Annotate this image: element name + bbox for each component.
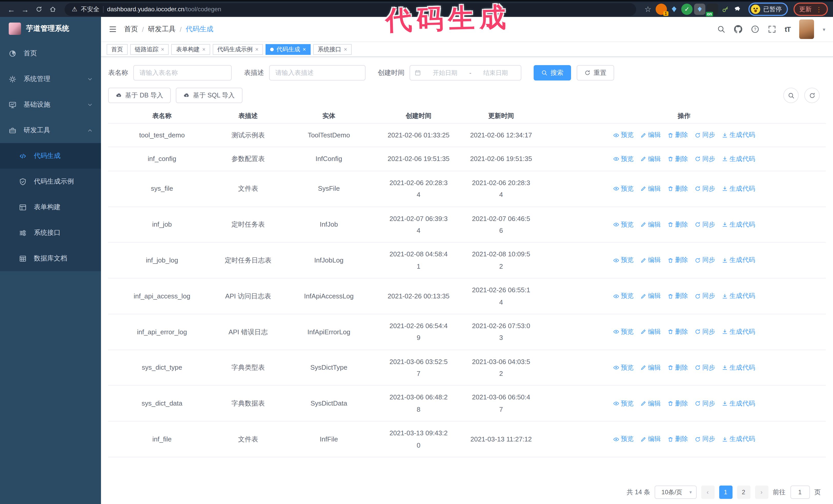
tab-1[interactable]: 链路追踪 × <box>130 44 169 55</box>
action-preview[interactable]: 预览 <box>613 183 634 195</box>
action-preview[interactable]: 预览 <box>613 433 634 445</box>
extension-icon-orange[interactable]: 1 <box>656 4 667 15</box>
extension-icon-check[interactable]: ✓ <box>681 4 693 15</box>
action-delete[interactable]: 删除 <box>667 398 688 409</box>
action-preview[interactable]: 预览 <box>613 129 634 141</box>
next-page-button[interactable]: › <box>755 485 768 499</box>
action-edit[interactable]: 编辑 <box>640 153 661 165</box>
action-edit[interactable]: 编辑 <box>640 433 661 445</box>
action-generate-code[interactable]: 生成代码 <box>722 129 755 141</box>
close-icon[interactable]: × <box>202 46 206 52</box>
action-sync[interactable]: 同步 <box>695 255 715 266</box>
submenu-item-0[interactable]: 代码生成 <box>0 143 101 169</box>
action-edit[interactable]: 编辑 <box>640 398 661 409</box>
github-icon[interactable] <box>734 25 742 33</box>
action-edit[interactable]: 编辑 <box>640 219 661 230</box>
sidebar-item-1[interactable]: 系统管理 <box>0 66 101 92</box>
browser-menu-icon[interactable]: ⋮ <box>815 5 822 13</box>
action-delete[interactable]: 删除 <box>667 290 688 302</box>
action-edit[interactable]: 编辑 <box>640 255 661 266</box>
fullscreen-icon[interactable] <box>768 25 776 33</box>
action-generate-code[interactable]: 生成代码 <box>722 290 755 302</box>
prev-page-button[interactable]: ‹ <box>701 485 714 499</box>
date-range-picker[interactable]: 开始日期 - 结束日期 <box>410 65 521 80</box>
action-generate-code[interactable]: 生成代码 <box>722 183 755 195</box>
action-generate-code[interactable]: 生成代码 <box>722 433 755 445</box>
app-logo-row[interactable]: 芋道管理系统 <box>0 17 101 41</box>
action-sync[interactable]: 同步 <box>695 362 715 374</box>
action-preview[interactable]: 预览 <box>613 290 634 302</box>
action-sync[interactable]: 同步 <box>695 219 715 230</box>
end-date-placeholder[interactable]: 结束日期 <box>475 68 516 77</box>
search-button[interactable]: 搜索 <box>533 65 571 80</box>
action-generate-code[interactable]: 生成代码 <box>722 398 755 409</box>
action-delete[interactable]: 删除 <box>667 326 688 338</box>
close-icon[interactable]: × <box>161 46 164 52</box>
breadcrumb-current[interactable]: 代码生成 <box>186 25 214 34</box>
action-delete[interactable]: 删除 <box>667 129 688 141</box>
table-desc-input[interactable] <box>269 65 365 80</box>
action-sync[interactable]: 同步 <box>695 183 715 195</box>
tab-5[interactable]: 系统接口 × <box>313 44 352 55</box>
action-generate-code[interactable]: 生成代码 <box>722 326 755 338</box>
action-sync[interactable]: 同步 <box>695 290 715 302</box>
breadcrumb-devtools[interactable]: 研发工具 <box>148 25 175 34</box>
extension-icon-on[interactable]: on <box>707 4 718 15</box>
action-edit[interactable]: 编辑 <box>640 129 661 141</box>
action-edit[interactable]: 编辑 <box>640 326 661 338</box>
action-edit[interactable]: 编辑 <box>640 290 661 302</box>
action-preview[interactable]: 预览 <box>613 362 634 374</box>
action-generate-code[interactable]: 生成代码 <box>722 362 755 374</box>
action-preview[interactable]: 预览 <box>613 153 634 165</box>
action-sync[interactable]: 同步 <box>695 398 715 409</box>
start-date-placeholder[interactable]: 开始日期 <box>425 68 466 77</box>
update-button[interactable]: 更新 ⋮ <box>793 3 828 16</box>
profile-chip[interactable]: 已暂停 <box>748 3 788 16</box>
user-avatar[interactable] <box>799 20 814 39</box>
action-sync[interactable]: 同步 <box>695 129 715 141</box>
action-delete[interactable]: 删除 <box>667 362 688 374</box>
sidebar-item-3[interactable]: 研发工具 <box>0 117 101 143</box>
page-size-select[interactable]: 10条/页 ▾ <box>655 485 696 499</box>
action-delete[interactable]: 删除 <box>667 153 688 165</box>
action-generate-code[interactable]: 生成代码 <box>722 255 755 266</box>
action-generate-code[interactable]: 生成代码 <box>722 219 755 230</box>
action-delete[interactable]: 删除 <box>667 183 688 195</box>
chevron-down-icon[interactable]: ▾ <box>823 26 825 32</box>
bookmark-star-icon[interactable]: ☆ <box>642 3 654 16</box>
toggle-search-button[interactable] <box>783 88 799 103</box>
tab-0[interactable]: 首页 <box>106 44 128 55</box>
page-button-2[interactable]: 2 <box>737 485 750 499</box>
search-icon[interactable] <box>717 25 725 33</box>
extension-icon-gem[interactable] <box>668 4 680 15</box>
home-icon[interactable] <box>47 3 59 16</box>
submenu-item-2[interactable]: 表单构建 <box>0 194 101 220</box>
action-sync[interactable]: 同步 <box>695 153 715 165</box>
tab-2[interactable]: 表单构建 × <box>171 44 210 55</box>
security-label[interactable]: 不安全 <box>81 5 99 14</box>
help-icon[interactable]: ? <box>751 25 759 33</box>
action-sync[interactable]: 同步 <box>695 433 715 445</box>
font-size-icon[interactable]: tT <box>785 25 790 33</box>
import-sql-button[interactable]: 基于 SQL 导入 <box>176 88 242 103</box>
back-icon[interactable]: ← <box>5 3 18 16</box>
extension-icon-key[interactable] <box>720 4 731 15</box>
action-delete[interactable]: 删除 <box>667 219 688 230</box>
close-icon[interactable]: × <box>255 46 259 52</box>
action-edit[interactable]: 编辑 <box>640 183 661 195</box>
reload-icon[interactable] <box>33 3 45 16</box>
action-preview[interactable]: 预览 <box>613 326 634 338</box>
action-delete[interactable]: 删除 <box>667 433 688 445</box>
action-preview[interactable]: 预览 <box>613 398 634 409</box>
close-icon[interactable]: × <box>303 46 306 52</box>
extensions-puzzle-icon[interactable] <box>733 4 744 15</box>
sidebar-toggle-icon[interactable] <box>109 25 117 33</box>
import-db-button[interactable]: 基于 DB 导入 <box>108 88 171 103</box>
table-name-input[interactable] <box>133 65 232 80</box>
action-delete[interactable]: 删除 <box>667 255 688 266</box>
action-edit[interactable]: 编辑 <box>640 362 661 374</box>
submenu-item-4[interactable]: 数据库文档 <box>0 246 101 271</box>
breadcrumb-home[interactable]: 首页 <box>124 25 138 34</box>
action-generate-code[interactable]: 生成代码 <box>722 153 755 165</box>
goto-page-input[interactable] <box>790 485 810 499</box>
